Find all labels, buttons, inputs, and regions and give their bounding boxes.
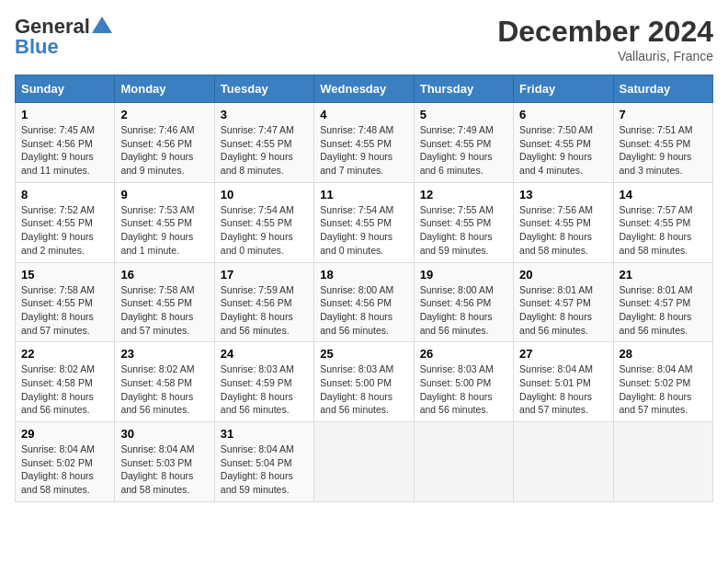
day-info: Sunrise: 8:00 AMSunset: 4:56 PMDaylight:… xyxy=(320,284,393,336)
calendar-cell: 30 Sunrise: 8:04 AMSunset: 5:03 PMDaylig… xyxy=(115,422,214,502)
calendar-cell: 24 Sunrise: 8:03 AMSunset: 4:59 PMDaylig… xyxy=(214,342,313,422)
day-info: Sunrise: 7:47 AMSunset: 4:55 PMDaylight:… xyxy=(221,124,294,176)
month-title: December 2024 xyxy=(497,15,713,49)
header-wednesday: Wednesday xyxy=(314,75,414,103)
calendar-cell: 28 Sunrise: 8:04 AMSunset: 5:02 PMDaylig… xyxy=(613,342,712,422)
header-monday: Monday xyxy=(115,75,214,103)
day-info: Sunrise: 7:58 AMSunset: 4:55 PMDaylight:… xyxy=(120,284,194,336)
calendar-cell: 2 Sunrise: 7:46 AMSunset: 4:56 PMDayligh… xyxy=(115,103,214,183)
calendar-cell xyxy=(514,422,613,502)
day-number: 29 xyxy=(21,427,108,441)
day-number: 13 xyxy=(519,188,607,201)
day-number: 23 xyxy=(120,347,208,361)
day-info: Sunrise: 8:04 AMSunset: 5:02 PMDaylight:… xyxy=(620,363,693,415)
day-info: Sunrise: 8:02 AMSunset: 4:58 PMDaylight:… xyxy=(120,363,194,415)
day-number: 9 xyxy=(120,188,208,201)
calendar-cell: 26 Sunrise: 8:03 AMSunset: 5:00 PMDaylig… xyxy=(414,342,513,422)
day-info: Sunrise: 8:03 AMSunset: 5:00 PMDaylight:… xyxy=(420,363,494,415)
calendar-week-4: 22 Sunrise: 8:02 AMSunset: 4:58 PMDaylig… xyxy=(16,342,713,422)
day-info: Sunrise: 8:04 AMSunset: 5:02 PMDaylight:… xyxy=(21,443,95,495)
day-number: 5 xyxy=(420,108,507,121)
calendar-cell: 6 Sunrise: 7:50 AMSunset: 4:55 PMDayligh… xyxy=(514,103,613,183)
day-info: Sunrise: 7:56 AMSunset: 4:55 PMDaylight:… xyxy=(519,204,593,256)
calendar-cell: 31 Sunrise: 8:04 AMSunset: 5:04 PMDaylig… xyxy=(214,422,313,502)
day-number: 25 xyxy=(320,347,407,361)
day-number: 15 xyxy=(21,268,108,282)
day-number: 17 xyxy=(221,268,308,282)
logo-arrow-icon xyxy=(92,17,112,33)
day-number: 24 xyxy=(221,347,308,361)
calendar-week-5: 29 Sunrise: 8:04 AMSunset: 5:02 PMDaylig… xyxy=(16,422,713,502)
calendar-cell: 27 Sunrise: 8:04 AMSunset: 5:01 PMDaylig… xyxy=(514,342,613,422)
day-info: Sunrise: 7:54 AMSunset: 4:55 PMDaylight:… xyxy=(320,204,393,256)
day-info: Sunrise: 8:00 AMSunset: 4:56 PMDaylight:… xyxy=(420,284,494,336)
calendar-week-2: 8 Sunrise: 7:52 AMSunset: 4:55 PMDayligh… xyxy=(16,182,713,262)
day-number: 26 xyxy=(420,347,507,361)
day-number: 11 xyxy=(320,188,407,201)
header-tuesday: Tuesday xyxy=(214,75,313,103)
day-info: Sunrise: 7:48 AMSunset: 4:55 PMDaylight:… xyxy=(320,124,393,176)
day-info: Sunrise: 7:45 AMSunset: 4:56 PMDaylight:… xyxy=(21,124,95,176)
logo-text-blue: Blue xyxy=(15,35,59,59)
day-number: 7 xyxy=(620,108,707,121)
header-saturday: Saturday xyxy=(613,75,712,103)
day-info: Sunrise: 8:04 AMSunset: 5:01 PMDaylight:… xyxy=(519,363,593,415)
day-info: Sunrise: 8:04 AMSunset: 5:03 PMDaylight:… xyxy=(120,443,194,495)
day-info: Sunrise: 7:46 AMSunset: 4:56 PMDaylight:… xyxy=(120,124,194,176)
calendar-cell: 7 Sunrise: 7:51 AMSunset: 4:55 PMDayligh… xyxy=(613,103,712,183)
calendar-cell: 5 Sunrise: 7:49 AMSunset: 4:55 PMDayligh… xyxy=(414,103,513,183)
calendar-cell: 4 Sunrise: 7:48 AMSunset: 4:55 PMDayligh… xyxy=(314,103,414,183)
calendar-cell: 1 Sunrise: 7:45 AMSunset: 4:56 PMDayligh… xyxy=(16,103,115,183)
day-number: 2 xyxy=(120,108,208,121)
calendar-cell: 10 Sunrise: 7:54 AMSunset: 4:55 PMDaylig… xyxy=(214,182,313,262)
day-number: 27 xyxy=(519,347,607,361)
header-sunday: Sunday xyxy=(16,75,115,103)
calendar-cell: 23 Sunrise: 8:02 AMSunset: 4:58 PMDaylig… xyxy=(115,342,214,422)
day-info: Sunrise: 7:52 AMSunset: 4:55 PMDaylight:… xyxy=(21,204,95,256)
calendar-cell: 16 Sunrise: 7:58 AMSunset: 4:55 PMDaylig… xyxy=(115,262,214,342)
day-info: Sunrise: 7:54 AMSunset: 4:55 PMDaylight:… xyxy=(221,204,294,256)
calendar-cell xyxy=(414,422,513,502)
day-number: 20 xyxy=(519,268,607,282)
calendar-cell: 29 Sunrise: 8:04 AMSunset: 5:02 PMDaylig… xyxy=(16,422,115,502)
calendar-week-3: 15 Sunrise: 7:58 AMSunset: 4:55 PMDaylig… xyxy=(16,262,713,342)
day-info: Sunrise: 7:51 AMSunset: 4:55 PMDaylight:… xyxy=(620,124,693,176)
day-info: Sunrise: 8:02 AMSunset: 4:58 PMDaylight:… xyxy=(21,363,95,415)
day-info: Sunrise: 8:03 AMSunset: 4:59 PMDaylight:… xyxy=(221,363,294,415)
day-number: 14 xyxy=(620,188,707,201)
location-subtitle: Vallauris, France xyxy=(497,49,713,63)
header-thursday: Thursday xyxy=(414,75,513,103)
title-section: December 2024 Vallauris, France xyxy=(497,15,713,63)
day-number: 16 xyxy=(120,268,208,282)
day-number: 19 xyxy=(420,268,507,282)
header-friday: Friday xyxy=(514,75,613,103)
day-info: Sunrise: 8:01 AMSunset: 4:57 PMDaylight:… xyxy=(620,284,693,336)
day-number: 30 xyxy=(120,427,208,441)
calendar-cell: 15 Sunrise: 7:58 AMSunset: 4:55 PMDaylig… xyxy=(16,262,115,342)
calendar-cell: 17 Sunrise: 7:59 AMSunset: 4:56 PMDaylig… xyxy=(214,262,313,342)
day-number: 8 xyxy=(21,188,108,201)
calendar-cell xyxy=(613,422,712,502)
calendar-cell: 20 Sunrise: 8:01 AMSunset: 4:57 PMDaylig… xyxy=(514,262,613,342)
day-number: 1 xyxy=(21,108,108,121)
calendar-cell: 22 Sunrise: 8:02 AMSunset: 4:58 PMDaylig… xyxy=(16,342,115,422)
calendar-cell: 8 Sunrise: 7:52 AMSunset: 4:55 PMDayligh… xyxy=(16,182,115,262)
day-info: Sunrise: 7:50 AMSunset: 4:55 PMDaylight:… xyxy=(519,124,593,176)
day-number: 10 xyxy=(221,188,308,201)
calendar-table: Sunday Monday Tuesday Wednesday Thursday… xyxy=(15,75,713,502)
day-info: Sunrise: 7:49 AMSunset: 4:55 PMDaylight:… xyxy=(420,124,494,176)
day-info: Sunrise: 8:03 AMSunset: 5:00 PMDaylight:… xyxy=(320,363,393,415)
logo: General Blue xyxy=(15,15,112,59)
calendar-cell: 13 Sunrise: 7:56 AMSunset: 4:55 PMDaylig… xyxy=(514,182,613,262)
calendar-cell: 11 Sunrise: 7:54 AMSunset: 4:55 PMDaylig… xyxy=(314,182,414,262)
day-number: 3 xyxy=(221,108,308,121)
day-info: Sunrise: 7:55 AMSunset: 4:55 PMDaylight:… xyxy=(420,204,494,256)
day-number: 22 xyxy=(21,347,108,361)
day-number: 12 xyxy=(420,188,507,201)
calendar-cell: 18 Sunrise: 8:00 AMSunset: 4:56 PMDaylig… xyxy=(314,262,414,342)
calendar-cell: 14 Sunrise: 7:57 AMSunset: 4:55 PMDaylig… xyxy=(613,182,712,262)
calendar-cell: 3 Sunrise: 7:47 AMSunset: 4:55 PMDayligh… xyxy=(214,103,313,183)
calendar-cell: 19 Sunrise: 8:00 AMSunset: 4:56 PMDaylig… xyxy=(414,262,513,342)
calendar-cell: 12 Sunrise: 7:55 AMSunset: 4:55 PMDaylig… xyxy=(414,182,513,262)
day-info: Sunrise: 7:59 AMSunset: 4:56 PMDaylight:… xyxy=(221,284,294,336)
